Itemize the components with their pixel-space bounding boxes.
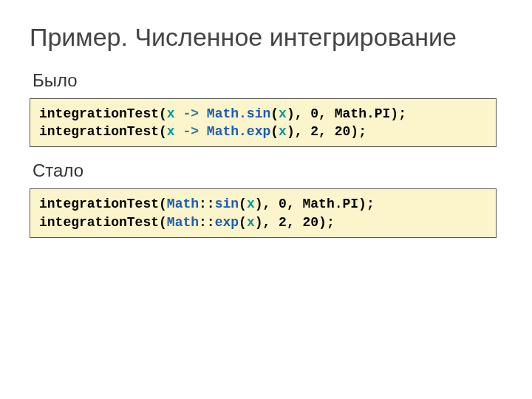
class-ref: Math xyxy=(167,215,199,230)
section-after-heading: Стало xyxy=(33,160,502,181)
code-text: , 2, 20); xyxy=(263,215,335,230)
method-call: Math.sin xyxy=(207,106,270,121)
code-after: integrationTest(Math::sin(x), 0, Math.PI… xyxy=(30,188,497,238)
code-text: integrationTest( xyxy=(39,215,167,230)
code-line: integrationTest(x -> Math.exp(x), 2, 20)… xyxy=(39,124,366,139)
code-text: ) xyxy=(255,215,263,230)
param-x: x xyxy=(247,215,255,230)
code-before: integrationTest(x -> Math.sin(x), 0, Mat… xyxy=(30,98,497,148)
param-x: x xyxy=(279,124,287,139)
section-before-heading: Было xyxy=(33,70,502,91)
slide-title: Пример. Численное интегрирование xyxy=(30,22,502,52)
method-ref: sin xyxy=(215,197,239,211)
class-ref: Math xyxy=(167,197,199,211)
slide: Пример. Численное интегрирование Было in… xyxy=(0,0,532,399)
code-line: integrationTest(Math::exp(x), 2, 20); xyxy=(39,215,335,230)
code-text: ) xyxy=(287,106,295,121)
code-text: ( xyxy=(270,124,279,139)
method-ref: exp xyxy=(215,215,239,230)
scope-sep: :: xyxy=(199,215,215,230)
arrow-token: -> xyxy=(175,124,207,139)
code-text: ( xyxy=(239,215,247,230)
code-text: ) xyxy=(287,124,295,139)
code-text: integrationTest( xyxy=(39,124,167,139)
code-text: integrationTest( xyxy=(39,106,167,121)
code-text: , 0, Math.PI); xyxy=(295,106,406,121)
param-x: x xyxy=(167,124,175,139)
param-x: x xyxy=(279,106,287,121)
code-text: , 0, Math.PI); xyxy=(263,197,375,211)
code-text: ) xyxy=(255,197,263,211)
code-line: integrationTest(Math::sin(x), 0, Math.PI… xyxy=(39,197,375,211)
method-call: Math.exp xyxy=(207,124,270,139)
code-text: ( xyxy=(270,106,279,121)
code-text: integrationTest( xyxy=(39,197,167,211)
code-text: ( xyxy=(239,197,247,211)
param-x: x xyxy=(247,197,255,211)
code-line: integrationTest(x -> Math.sin(x), 0, Mat… xyxy=(39,106,406,121)
code-text: , 2, 20); xyxy=(295,124,366,139)
arrow-token: -> xyxy=(175,106,207,121)
scope-sep: :: xyxy=(199,197,215,211)
param-x: x xyxy=(167,106,175,121)
